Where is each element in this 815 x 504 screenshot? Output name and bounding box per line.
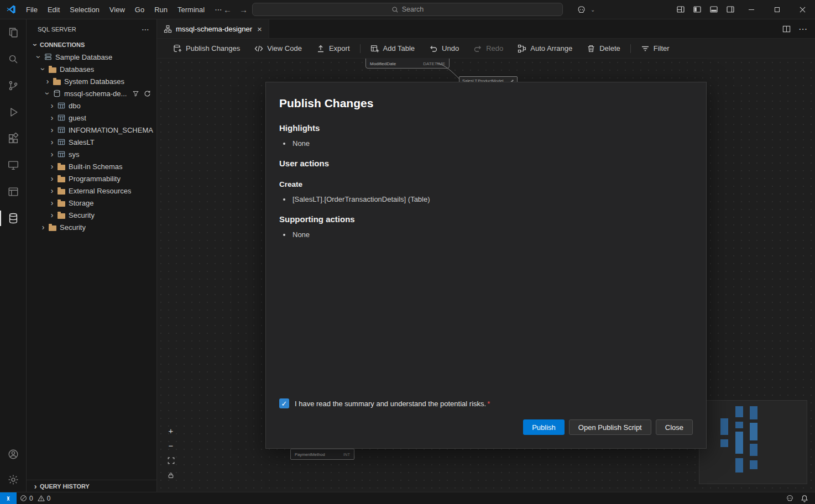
settings-gear-button[interactable] [0,468,27,492]
toggle-secondary-sidebar-icon[interactable] [722,2,739,17]
button-label: Filter [654,44,670,53]
add-table-button[interactable]: Add Table [363,41,422,56]
folder-icon [53,77,61,86]
tree-item-security-server[interactable]: › Security [27,221,156,233]
filter-icon[interactable] [132,90,139,97]
history-forward-button[interactable]: → [239,5,248,14]
diagram-minimap[interactable] [699,400,807,484]
errors-icon [20,495,27,502]
fit-view-button[interactable] [165,454,177,466]
button-label: Undo [442,44,459,53]
schema-designer-canvas[interactable]: ModifiedDate DATETIME SalesLT.ProductMod… [157,59,815,492]
activity-explorer-button[interactable] [0,19,27,46]
publish-button[interactable]: Publish [523,419,565,435]
menu-selection[interactable]: Selection [65,3,104,16]
filter-button[interactable]: Filter [634,41,677,56]
menu-file[interactable]: File [21,3,43,16]
refresh-icon[interactable] [144,90,151,97]
activity-search-button[interactable] [0,46,27,72]
redo-button[interactable]: Redo [466,41,510,56]
auto-arrange-button[interactable]: Auto Arrange [510,41,579,56]
export-button[interactable]: Export [309,41,357,56]
customize-layout-icon[interactable] [672,2,689,17]
toggle-primary-sidebar-icon[interactable] [689,2,706,17]
close-window-button[interactable] [790,0,815,19]
toggle-panel-icon[interactable] [706,2,722,17]
chevron-icon: › [48,138,56,146]
tree-item-databases[interactable]: › Databases [27,63,156,75]
command-center-search[interactable]: Search [252,3,563,16]
tree-item-saleslt[interactable]: › SalesLT [27,136,156,148]
create-item: [SalesLT].[OrderTransactionDetails] (Tab… [291,195,693,203]
tree-item-security-db[interactable]: › Security [27,209,156,221]
tree-item-storage[interactable]: › Storage [27,197,156,209]
folder-icon [57,162,66,171]
activity-remote-explorer-button[interactable] [0,152,27,179]
menu-edit[interactable]: Edit [43,3,65,16]
tree-item-mssql-schema-database[interactable]: › mssql-schema-de... [27,87,156,99]
zoom-out-button[interactable]: − [165,439,177,452]
status-bar: 0 0 [0,492,815,504]
chevron-icon: › [31,482,40,490]
tree-item-label: INFORMATION_SCHEMA [69,126,153,134]
tree-item-label: Security [60,223,86,232]
sidebar-more-actions-button[interactable]: ⋯ [142,25,150,34]
tree-item-external-resources[interactable]: › External Resources [27,185,156,197]
chevron-icon: › [48,199,56,207]
tree-item-programmability[interactable]: › Programmability [27,172,156,185]
chevron-icon: › [35,53,43,61]
menu-run[interactable]: Run [149,3,173,16]
tree-section-connections[interactable]: › CONNECTIONS [27,39,156,51]
zoom-in-button[interactable]: + [165,424,177,437]
problems-button[interactable]: 0 0 [17,492,54,504]
tab-close-icon[interactable]: × [256,24,263,34]
open-publish-script-button[interactable]: Open Publish Script [569,419,651,435]
view-code-button[interactable]: View Code [247,41,309,56]
menu-view[interactable]: View [105,3,130,16]
activity-sql-projects-button[interactable] [0,179,27,205]
tree-section-query-history[interactable]: › QUERY HISTORY [27,480,156,492]
tab-mssql-schema-designer[interactable]: mssql-schema-designer × [157,19,269,38]
chevron-icon: › [43,77,52,85]
tree-item-dbo[interactable]: › dbo [27,99,156,112]
risk-acknowledge-checkbox[interactable]: ✓ [279,398,289,408]
tree-item-sample-database[interactable]: › Sample Database [27,51,156,63]
delete-button[interactable]: Delete [579,41,628,56]
diagram-table-fragment-bottom[interactable]: PaymentMethod INT [290,449,354,460]
tab-label: mssql-schema-designer [176,25,252,33]
column-name: PaymentMethod [295,452,325,457]
remote-indicator-button[interactable] [0,492,17,504]
lock-button[interactable] [165,469,177,481]
tree-item-information-schema[interactable]: › INFORMATION_SCHEMA [27,124,156,136]
chevron-down-icon[interactable]: ⌄ [591,7,595,13]
editor-more-actions-icon[interactable]: ⋯ [798,24,807,34]
activity-source-control-button[interactable] [0,72,27,99]
folder-icon [57,211,66,219]
minimize-button[interactable] [739,0,764,19]
copilot-icon[interactable] [573,3,589,17]
activity-sql-server-button[interactable] [0,205,27,232]
folder-icon [57,198,66,207]
menu-go[interactable]: Go [130,3,149,16]
tree-item-built-in-schemas[interactable]: › Built-in Schemas [27,160,156,172]
tree-item-guest[interactable]: › guest [27,112,156,124]
history-back-button[interactable]: ← [223,5,232,14]
account-button[interactable] [0,441,27,468]
tree-item-label: sys [69,150,80,159]
publish-changes-button[interactable]: Publish Changes [166,41,247,56]
designer-toolbar: Publish Changes View Code Export Add Tab… [157,39,815,59]
tree-item-label: mssql-schema-de... [64,90,127,98]
maximize-button[interactable] [764,0,790,19]
activity-run-debug-button[interactable] [0,99,27,125]
copilot-status-icon[interactable] [786,494,794,502]
undo-button[interactable]: Undo [422,41,466,56]
button-label: Redo [486,44,503,53]
menu-terminal[interactable]: Terminal [173,3,210,16]
search-icon [391,6,399,13]
tree-item-sys[interactable]: › sys [27,148,156,160]
notifications-bell-icon[interactable] [801,495,808,502]
close-dialog-button[interactable]: Close [656,419,693,435]
tree-item-system-databases[interactable]: › System Databases [27,75,156,87]
activity-extensions-button[interactable] [0,125,27,152]
split-editor-icon[interactable] [782,25,791,33]
